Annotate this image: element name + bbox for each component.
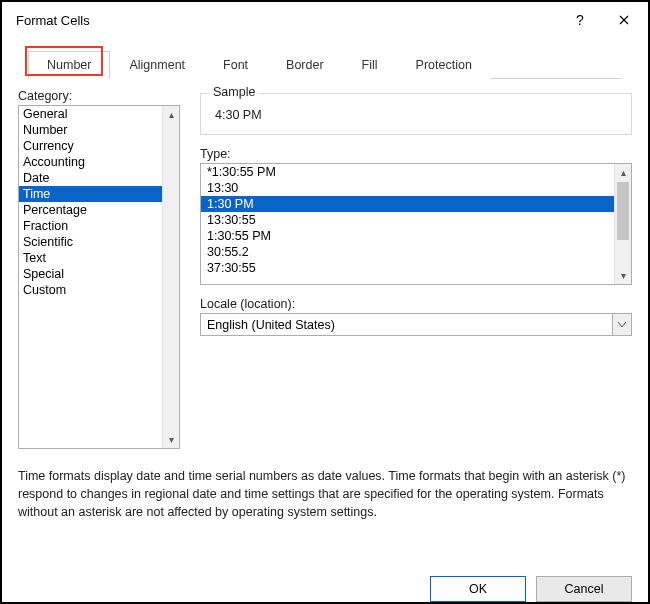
tab-strip: Number Alignment Font Border Fill Protec… [28, 50, 622, 79]
type-item[interactable]: 13:30:55 [201, 212, 614, 228]
category-item[interactable]: Percentage [19, 202, 162, 218]
sample-group: Sample 4:30 PM [200, 93, 632, 135]
window-title: Format Cells [16, 13, 558, 28]
tab-border[interactable]: Border [267, 51, 343, 79]
scroll-up-icon[interactable]: ▴ [615, 164, 631, 181]
scroll-down-icon[interactable]: ▾ [615, 267, 631, 284]
category-item[interactable]: Date [19, 170, 162, 186]
titlebar: Format Cells ? [4, 4, 646, 36]
tab-protection[interactable]: Protection [397, 51, 491, 79]
scrollbar[interactable]: ▴ ▾ [614, 164, 631, 284]
cancel-button[interactable]: Cancel [536, 576, 632, 602]
button-label: OK [469, 582, 487, 596]
tab-label: Number [47, 58, 91, 72]
category-item[interactable]: Currency [19, 138, 162, 154]
tab-label: Font [223, 58, 248, 72]
type-item[interactable]: 13:30 [201, 180, 614, 196]
type-item[interactable]: 37:30:55 [201, 260, 614, 276]
type-item[interactable]: 1:30 PM [201, 196, 614, 212]
tab-label: Border [286, 58, 324, 72]
help-icon: ? [576, 12, 584, 28]
sample-legend: Sample [209, 85, 259, 99]
scroll-up-icon[interactable]: ▴ [163, 106, 179, 123]
locale-label: Locale (location): [200, 297, 632, 311]
category-item[interactable]: Time [19, 186, 162, 202]
category-item[interactable]: Custom [19, 282, 162, 298]
tab-number[interactable]: Number [28, 51, 110, 79]
category-item[interactable]: Fraction [19, 218, 162, 234]
chevron-down-icon [618, 322, 626, 328]
type-item[interactable]: 30:55.2 [201, 244, 614, 260]
category-label: Category: [18, 89, 180, 103]
category-item[interactable]: Special [19, 266, 162, 282]
scrollbar[interactable]: ▴ ▾ [162, 106, 179, 448]
button-row: OK Cancel [4, 562, 646, 604]
scroll-down-icon[interactable]: ▾ [163, 431, 179, 448]
tab-label: Alignment [129, 58, 185, 72]
close-button[interactable] [602, 5, 646, 35]
tab-label: Protection [416, 58, 472, 72]
ok-button[interactable]: OK [430, 576, 526, 602]
category-item[interactable]: Text [19, 250, 162, 266]
description-text: Time formats display date and time seria… [18, 467, 632, 521]
scrollbar-thumb[interactable] [617, 182, 629, 240]
locale-combobox[interactable]: English (United States) [200, 313, 632, 336]
close-icon [619, 15, 629, 25]
type-item[interactable]: 1:30:55 PM [201, 228, 614, 244]
category-listbox[interactable]: GeneralNumberCurrencyAccountingDateTimeP… [18, 105, 180, 449]
category-item[interactable]: Scientific [19, 234, 162, 250]
tab-fill[interactable]: Fill [343, 51, 397, 79]
category-item[interactable]: Accounting [19, 154, 162, 170]
type-listbox[interactable]: *1:30:55 PM13:301:30 PM13:30:551:30:55 P… [200, 163, 632, 285]
tab-alignment[interactable]: Alignment [110, 51, 204, 79]
dropdown-button[interactable] [612, 314, 631, 335]
tab-label: Fill [362, 58, 378, 72]
help-button[interactable]: ? [558, 5, 602, 35]
locale-value: English (United States) [207, 318, 335, 332]
tab-font[interactable]: Font [204, 51, 267, 79]
category-item[interactable]: General [19, 106, 162, 122]
button-label: Cancel [565, 582, 604, 596]
type-item[interactable]: *1:30:55 PM [201, 164, 614, 180]
sample-value: 4:30 PM [211, 102, 621, 124]
category-item[interactable]: Number [19, 122, 162, 138]
type-label: Type: [200, 147, 632, 161]
